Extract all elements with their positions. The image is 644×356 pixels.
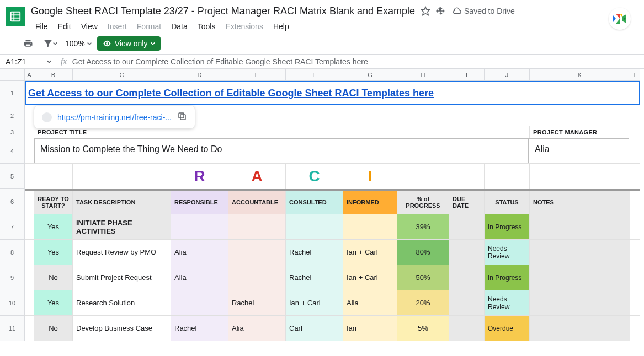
row-header-9[interactable]: 9 [0,265,25,290]
row-header-11[interactable]: 11 [0,316,25,341]
cell[interactable] [25,265,34,290]
col-header-G[interactable]: G [343,69,397,81]
cell-accountable[interactable] [228,240,286,265]
cell-status[interactable]: Overdue [485,316,530,341]
cell[interactable] [25,191,34,214]
move-icon[interactable] [436,6,446,16]
cell-consulted[interactable]: Carl [286,316,343,341]
project-manager-value[interactable]: Alia [529,138,629,163]
row-header-2[interactable]: 2 [0,105,25,126]
select-all-corner[interactable] [0,69,25,81]
cell-ready[interactable]: Yes [34,214,73,239]
cell[interactable] [485,164,530,189]
saved-to-drive[interactable]: Saved to Drive [451,6,515,16]
cell-informed[interactable]: Alia [343,290,397,315]
cell-progress[interactable]: 80% [397,240,449,265]
menu-data[interactable]: Data [167,20,192,33]
cell-consulted[interactable]: Rachel [286,265,343,290]
cell-due[interactable] [449,265,485,290]
row-header-5[interactable]: 5 [0,164,25,189]
col-header-K[interactable]: K [530,69,630,81]
cell[interactable] [25,164,34,189]
col-header-B[interactable]: B [34,69,73,81]
menu-edit[interactable]: Edit [54,20,76,33]
cell-notes[interactable] [530,240,630,265]
cell-desc[interactable]: Submit Project Request [73,265,171,290]
cell[interactable] [25,290,34,315]
col-header-E[interactable]: E [228,69,286,81]
cell-progress[interactable]: 20% [397,290,449,315]
chip-url[interactable]: https://pm-training.net/free-raci-... [57,113,172,122]
col-header-D[interactable]: D [171,69,228,81]
star-icon[interactable] [421,6,430,16]
cell-desc[interactable]: Request Review by PMO [73,240,171,265]
col-header-L[interactable]: L [630,69,640,81]
cell-status[interactable]: In Progress [485,265,530,290]
row-header-6[interactable]: 6 [0,189,25,214]
cell-consulted[interactable]: Rachel [286,240,343,265]
menu-tools[interactable]: Tools [193,20,220,33]
row-header-7[interactable]: 7 [0,214,25,240]
cell-responsible[interactable] [171,290,228,315]
col-header-C[interactable]: C [73,69,171,81]
cell-consulted[interactable] [286,214,343,239]
col-header-H[interactable]: H [397,69,449,81]
cell-desc[interactable]: Research Solution [73,290,171,315]
row-header-3[interactable]: 3 [0,126,25,138]
menu-file[interactable]: File [31,20,52,33]
cell-notes[interactable] [530,265,630,290]
cell-desc[interactable]: INITIATE PHASE ACTIVITIES [73,214,171,239]
cell[interactable] [449,164,485,189]
cell[interactable] [73,164,171,189]
sheet-header-link[interactable]: Get Access to our Complete Collection of… [26,88,434,99]
menu-help[interactable]: Help [269,20,294,33]
cell-consulted[interactable]: Ian + Carl [286,290,343,315]
row-header-8[interactable]: 8 [0,240,25,265]
row-header-10[interactable]: 10 [0,290,25,316]
cell-ready[interactable]: Yes [34,290,73,315]
col-header-I[interactable]: I [449,69,485,81]
cell-progress[interactable]: 5% [397,316,449,341]
cell-due[interactable] [449,214,485,239]
cell-accountable[interactable]: Rachel [228,290,286,315]
link-preview-chip[interactable]: https://pm-training.net/free-raci-... [34,106,195,128]
cell[interactable] [397,164,449,189]
cell-responsible[interactable]: Alia [171,240,228,265]
cell-notes[interactable] [530,290,630,315]
col-header-J[interactable]: J [485,69,530,81]
row-header-4[interactable]: 4 [0,138,25,164]
cell-due[interactable] [449,290,485,315]
cell-notes[interactable] [530,214,630,239]
cell-accountable[interactable] [228,214,286,239]
zoom-dropdown[interactable]: 100% [65,39,92,48]
col-header-A[interactable]: A [25,69,34,81]
view-only-button[interactable]: View only [97,36,161,51]
cell-progress[interactable]: 50% [397,265,449,290]
cell-desc[interactable]: Develop Business Case [73,316,171,341]
menu-view[interactable]: View [77,20,102,33]
cell-notes[interactable] [530,316,630,341]
cell-status[interactable]: Needs Review [485,290,530,315]
cell-due[interactable] [449,240,485,265]
name-box[interactable]: A1:Z1 [0,57,55,66]
cell[interactable] [530,164,630,189]
cell[interactable] [25,214,34,239]
sheets-logo[interactable] [6,7,25,26]
cell-responsible[interactable]: Alia [171,265,228,290]
cell[interactable] [25,126,34,138]
formula-bar[interactable]: Get Access to our Complete Collection of… [72,57,368,66]
row-header-1[interactable]: 1 [0,81,25,105]
cell-status[interactable]: Needs Review [485,240,530,265]
cell-accountable[interactable] [228,265,286,290]
cell-informed[interactable] [343,214,397,239]
cell-informed[interactable]: Ian [343,316,397,341]
cell-progress[interactable]: 39% [397,214,449,239]
print-icon[interactable] [21,36,35,51]
cell-ready[interactable]: No [34,265,73,290]
cell-ready[interactable]: No [34,316,73,341]
meet-button[interactable] [609,8,631,30]
project-title-value[interactable]: Mission to Complete the Thing We Need to… [34,138,529,163]
cell[interactable] [34,164,73,189]
cell[interactable] [25,138,34,163]
cell-responsible[interactable] [171,214,228,239]
